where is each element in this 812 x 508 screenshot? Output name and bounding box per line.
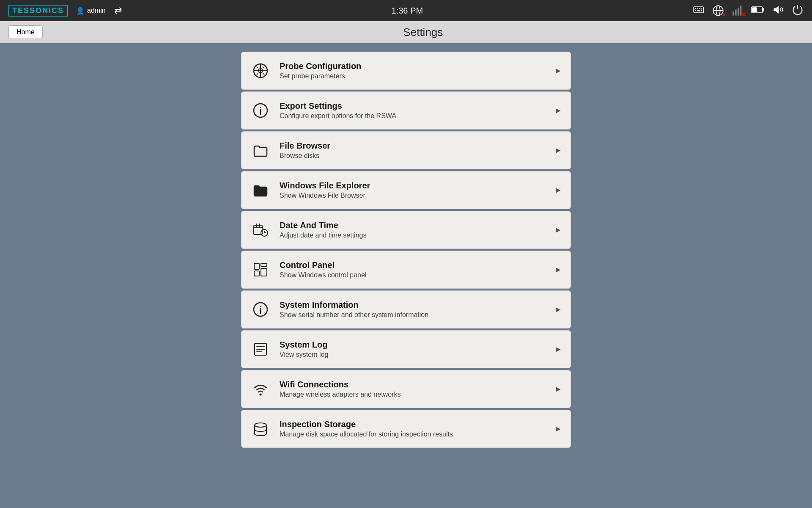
settings-title-control-panel: Control Panel — [280, 260, 550, 270]
info-icon — [250, 299, 271, 320]
svg-point-49 — [260, 394, 262, 396]
network-icon[interactable]: ✕ — [712, 5, 724, 17]
wifi-icon — [250, 378, 271, 400]
signal-x-badge: ✕ — [741, 12, 746, 18]
settings-text-file-browser: File Browser Browse disks — [280, 141, 550, 160]
settings-text-control-panel: Control Panel Show Windows control panel — [280, 260, 550, 279]
settings-text-wifi-connections: Wifi Connections Manage wireless adapter… — [280, 380, 550, 398]
main-content: Probe Configuration Set probe parameters… — [0, 43, 812, 508]
topbar: TESSONICS 👤 admin ⇄ 1:36 PM ✕ ✕ — [0, 0, 812, 21]
svg-rect-40 — [261, 263, 267, 267]
svg-line-24 — [257, 66, 258, 68]
settings-arrow-system-information: ► — [554, 305, 562, 314]
settings-desc-wifi-connections: Manage wireless adapters and networks — [280, 391, 550, 398]
svg-rect-6 — [697, 10, 700, 11]
controlpanel-icon — [250, 259, 271, 280]
settings-title-inspection-storage: Inspection Storage — [280, 420, 550, 429]
svg-marker-18 — [774, 6, 779, 14]
svg-rect-0 — [694, 7, 703, 13]
settings-title-windows-file-explorer: Windows File Explorer — [280, 181, 550, 190]
svg-rect-2 — [697, 8, 698, 9]
svg-line-26 — [257, 73, 258, 75]
svg-rect-41 — [261, 268, 267, 276]
settings-text-probe-configuration: Probe Configuration Set probe parameters — [280, 61, 550, 80]
settings-text-inspection-storage: Inspection Storage Manage disk space all… — [280, 420, 550, 438]
settings-desc-system-information: Show serial number and other system info… — [280, 311, 550, 319]
svg-rect-3 — [699, 8, 700, 9]
settings-title-probe-configuration: Probe Configuration — [280, 61, 550, 71]
keyboard-icon[interactable] — [693, 4, 705, 18]
settings-desc-inspection-storage: Manage disk space allocated for storing … — [280, 431, 550, 438]
settings-item-windows-file-explorer[interactable]: Windows File Explorer Show Windows File … — [241, 171, 571, 209]
settings-arrow-file-browser: ► — [554, 146, 562, 155]
signal-icon: ✕ — [732, 5, 743, 17]
info-icon — [250, 100, 271, 121]
settings-title-wifi-connections: Wifi Connections — [280, 380, 550, 389]
settings-desc-probe-configuration: Set probe parameters — [280, 72, 550, 80]
topbar-time: 1:36 PM — [392, 6, 423, 16]
home-button[interactable]: Home — [8, 25, 43, 39]
settings-desc-windows-file-explorer: Show Windows File Browser — [280, 192, 550, 199]
settings-desc-control-panel: Show Windows control panel — [280, 271, 550, 279]
topbar-right: ✕ ✕ — [693, 4, 804, 18]
user-icon: 👤 — [76, 7, 85, 15]
volume-icon[interactable] — [772, 4, 784, 18]
settings-item-control-panel[interactable]: Control Panel Show Windows control panel… — [241, 251, 571, 289]
storage-icon — [250, 418, 271, 439]
settings-desc-file-browser: Browse disks — [280, 152, 550, 160]
settings-title-system-information: System Information — [280, 300, 550, 310]
settings-list: Probe Configuration Set probe parameters… — [241, 52, 571, 500]
probe-icon — [250, 60, 271, 81]
page-title: Settings — [43, 26, 804, 39]
svg-rect-1 — [695, 8, 696, 9]
svg-rect-5 — [695, 10, 696, 11]
settings-title-date-and-time: Date And Time — [280, 221, 550, 230]
settings-desc-date-and-time: Adjust date and time settings — [280, 232, 550, 239]
settings-arrow-export-settings: ► — [554, 106, 562, 115]
settings-arrow-system-log: ► — [554, 345, 562, 354]
settings-arrow-control-panel: ► — [554, 265, 562, 274]
svg-point-50 — [255, 423, 266, 427]
topbar-left: TESSONICS 👤 admin ⇄ — [8, 5, 122, 17]
folder-filled-icon — [250, 179, 271, 201]
settings-desc-export-settings: Configure export options for the RSWA — [280, 112, 550, 120]
settings-arrow-inspection-storage: ► — [554, 425, 562, 433]
settings-desc-system-log: View system log — [280, 351, 550, 359]
folder-icon — [250, 140, 271, 161]
settings-text-windows-file-explorer: Windows File Explorer Show Windows File … — [280, 181, 550, 199]
settings-item-probe-configuration[interactable]: Probe Configuration Set probe parameters… — [241, 52, 571, 90]
svg-rect-12 — [735, 10, 737, 16]
topbar-user: 👤 admin — [76, 7, 106, 15]
settings-item-system-log[interactable]: System Log View system log ► — [241, 330, 571, 368]
settings-item-system-information[interactable]: System Information Show serial number an… — [241, 290, 571, 329]
usb-icon: ⇄ — [114, 5, 122, 16]
username: admin — [87, 7, 106, 14]
settings-text-date-and-time: Date And Time Adjust date and time setti… — [280, 221, 550, 239]
settings-item-file-browser[interactable]: File Browser Browse disks ► — [241, 131, 571, 169]
datetime-icon — [250, 219, 271, 240]
svg-point-29 — [260, 107, 261, 108]
subheader: Home Settings — [0, 21, 812, 43]
settings-arrow-wifi-connections: ► — [554, 385, 562, 394]
svg-rect-11 — [732, 11, 734, 15]
settings-item-wifi-connections[interactable]: Wifi Connections Manage wireless adapter… — [241, 370, 571, 408]
power-icon[interactable] — [792, 4, 804, 18]
logo: TESSONICS — [8, 5, 68, 17]
settings-title-export-settings: Export Settings — [280, 101, 550, 111]
settings-title-system-log: System Log — [280, 340, 550, 350]
battery-icon — [751, 5, 765, 17]
settings-arrow-windows-file-explorer: ► — [554, 186, 562, 195]
svg-rect-38 — [254, 263, 259, 269]
svg-rect-39 — [254, 271, 259, 276]
network-x-badge: ✕ — [722, 12, 726, 18]
settings-arrow-date-and-time: ► — [554, 226, 562, 235]
svg-line-25 — [263, 66, 264, 68]
settings-item-inspection-storage[interactable]: Inspection Storage Manage disk space all… — [241, 410, 571, 448]
settings-text-system-information: System Information Show serial number an… — [280, 300, 550, 319]
settings-item-date-and-time[interactable]: Date And Time Adjust date and time setti… — [241, 211, 571, 249]
settings-item-export-settings[interactable]: Export Settings Configure export options… — [241, 91, 571, 130]
settings-text-system-log: System Log View system log — [280, 340, 550, 359]
systemlog-icon — [250, 339, 271, 360]
svg-rect-4 — [701, 8, 702, 9]
svg-rect-17 — [752, 8, 757, 12]
